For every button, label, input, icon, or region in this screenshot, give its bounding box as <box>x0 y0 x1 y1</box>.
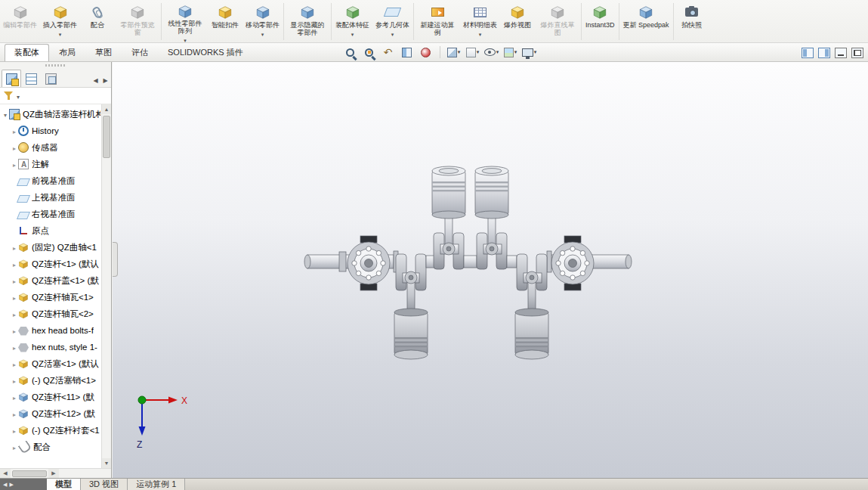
tab-sketch[interactable]: 草图 <box>85 44 122 61</box>
tree-item-crankshaft[interactable]: (固定) QZ曲轴<1 <box>0 239 100 256</box>
section-view-icon[interactable] <box>399 45 415 60</box>
tab-layout[interactable]: 布局 <box>49 44 85 61</box>
bottom-tab-model[interactable]: 模型 <box>47 479 81 490</box>
pane-scroll-right-icon[interactable] <box>9 482 13 488</box>
tab-scroll-left-icon[interactable] <box>91 77 100 84</box>
featuremanager-tab[interactable] <box>2 70 21 87</box>
view-settings-icon[interactable] <box>521 45 538 60</box>
tree-item-label: QZ连杆<12> (默 <box>32 408 95 420</box>
minimize-icon[interactable] <box>835 48 847 58</box>
edit-appearance-icon[interactable] <box>418 45 434 60</box>
tree-item-mates[interactable]: 配合 <box>0 439 100 455</box>
tree-item-connecting-rod-12[interactable]: QZ连杆<12> (默 <box>0 405 100 422</box>
pane-controls <box>802 48 863 58</box>
tree-item-piston-1[interactable]: QZ活塞<1> (默认 <box>0 355 100 372</box>
ribbon-button-insert-component[interactable]: 插入零部件 <box>40 1 80 42</box>
tree-item-piston-pin-1[interactable]: (-) QZ活塞销<1> <box>0 372 100 389</box>
collapse-right-pane-icon[interactable] <box>818 48 830 58</box>
expand-icon[interactable] <box>11 359 18 368</box>
tree-item-front-plane[interactable]: 前视基准面 <box>0 172 100 189</box>
scroll-left-icon[interactable] <box>0 469 11 478</box>
panel-grip[interactable] <box>0 62 111 68</box>
display-style-icon[interactable] <box>465 45 481 60</box>
expand-icon[interactable] <box>11 259 18 268</box>
previous-view-icon[interactable] <box>380 45 397 60</box>
pane-scroll-left-icon[interactable] <box>3 482 7 488</box>
ribbon-button-bill-of-materials[interactable]: 材料明细表 <box>460 1 500 42</box>
expand-icon[interactable] <box>11 392 18 402</box>
expand-icon[interactable] <box>11 409 18 418</box>
tree-root-assembly[interactable]: QZ曲轴活塞连杆机构 <box>0 106 100 122</box>
expand-icon[interactable] <box>11 426 18 435</box>
propertymanager-tab[interactable] <box>21 70 41 87</box>
configurationmanager-tab[interactable] <box>41 70 60 87</box>
zoom-to-area-icon[interactable] <box>361 45 378 60</box>
ribbon-button-assembly-features[interactable]: 装配体特征 <box>332 1 372 42</box>
expand-icon[interactable] <box>11 243 18 252</box>
dropdown-caret-icon <box>391 29 394 38</box>
tree-item-rod-bearing-2[interactable]: QZ连杆轴瓦<2> <box>0 305 100 322</box>
tree-item-hex-head-bolts[interactable]: hex head bolts-f <box>0 322 100 339</box>
ribbon-button-instant3d[interactable]: Instant3D <box>582 1 618 42</box>
expand-icon[interactable] <box>11 293 18 302</box>
tree-item-rod-bearing-1[interactable]: QZ连杆轴瓦<1> <box>0 289 100 305</box>
tree-item-hex-nuts[interactable]: hex nuts, style 1- <box>0 339 100 355</box>
tree-item-right-plane[interactable]: 右视基准面 <box>0 206 100 222</box>
scroll-right-icon[interactable] <box>48 469 59 478</box>
restore-icon[interactable] <box>851 48 863 58</box>
graphics-area[interactable]: X Z <box>113 62 868 478</box>
tree-horizontal-scrollbar[interactable] <box>0 468 111 478</box>
bottom-tab-motion-study-1[interactable]: 运动算例 1 <box>128 479 185 490</box>
tree-item-top-plane[interactable]: 上视基准面 <box>0 189 100 206</box>
expand-icon[interactable] <box>11 376 18 385</box>
fastener-icon <box>18 343 29 352</box>
view-orientation-icon[interactable] <box>446 45 462 60</box>
scrollbar-thumb[interactable] <box>12 470 47 477</box>
expand-icon[interactable] <box>11 326 18 335</box>
expand-icon[interactable] <box>11 276 18 285</box>
ribbon-button-exploded-view[interactable]: 爆炸视图 <box>500 1 535 42</box>
expand-icon[interactable] <box>11 442 18 451</box>
ribbon-button-new-motion-study[interactable]: 新建运动算例 <box>415 1 460 42</box>
expand-icon[interactable] <box>2 110 9 119</box>
tree-item-rod-bushing-1[interactable]: (-) QZ连杆衬套<1 <box>0 422 100 439</box>
tree-item-rod-cap-1[interactable]: QZ连杆盖<1> (默 <box>0 272 100 289</box>
ribbon-button-linear-component-pattern[interactable]: 线性零部件阵列 <box>162 1 208 42</box>
zoom-fit-icon[interactable] <box>342 45 359 60</box>
tree-item-connecting-rod-11[interactable]: QZ连杆<11> (默 <box>0 389 100 405</box>
scrollbar-thumb[interactable] <box>103 116 110 158</box>
tree-filter-row[interactable] <box>0 88 111 104</box>
tree-item-history[interactable]: History <box>0 122 100 139</box>
ribbon-button-move-component[interactable]: 移动零部件 <box>242 1 283 42</box>
expand-icon[interactable] <box>11 309 18 318</box>
ribbon-button-reference-geometry[interactable]: 参考几何体 <box>372 1 412 42</box>
scroll-down-icon[interactable] <box>102 458 111 468</box>
tab-solidworks-addins[interactable]: SOLIDWORKS 插件 <box>158 44 253 61</box>
ribbon-button-mate[interactable]: 配合 <box>80 1 115 42</box>
ribbon-button-edit-component[interactable]: 编辑零部件 <box>0 1 40 42</box>
scroll-up-icon[interactable] <box>102 104 111 114</box>
ribbon-button-component-preview-window[interactable]: 零部件预览窗 <box>115 1 160 42</box>
expand-icon[interactable] <box>11 126 18 135</box>
tree-vertical-scrollbar[interactable] <box>101 104 111 468</box>
collapse-left-pane-icon[interactable] <box>802 48 814 58</box>
tree-item-annotations[interactable]: 注解 <box>0 156 100 172</box>
ribbon-button-take-snapshot[interactable]: 拍快照 <box>675 1 709 42</box>
tab-evaluate[interactable]: 评估 <box>122 44 158 61</box>
ribbon-button-explode-line-sketch[interactable]: 爆炸直线草图 <box>535 1 580 42</box>
ribbon-button-update-speedpak[interactable]: 更新 Speedpak <box>620 1 672 42</box>
apply-scene-icon[interactable] <box>502 45 519 60</box>
ribbon-button-smart-fasteners[interactable]: 智能扣件 <box>208 1 242 42</box>
ribbon-button-show-hidden-components[interactable]: 显示隐藏的零部件 <box>285 1 330 42</box>
assembly-model[interactable] <box>113 62 868 478</box>
tree-item-sensors[interactable]: 传感器 <box>0 139 100 156</box>
expand-icon[interactable] <box>11 143 18 152</box>
tree-item-connecting-rod-1[interactable]: QZ连杆<1> (默认 <box>0 256 100 272</box>
expand-icon[interactable] <box>11 343 18 352</box>
tab-assembly[interactable]: 装配体 <box>5 44 49 61</box>
expand-icon[interactable] <box>11 160 18 169</box>
bottom-tab-3d-views[interactable]: 3D 视图 <box>81 479 128 490</box>
hide-show-items-icon[interactable] <box>483 45 500 60</box>
tree-item-origin[interactable]: 原点 <box>0 222 100 239</box>
tab-scroll-right-icon[interactable] <box>101 77 110 84</box>
